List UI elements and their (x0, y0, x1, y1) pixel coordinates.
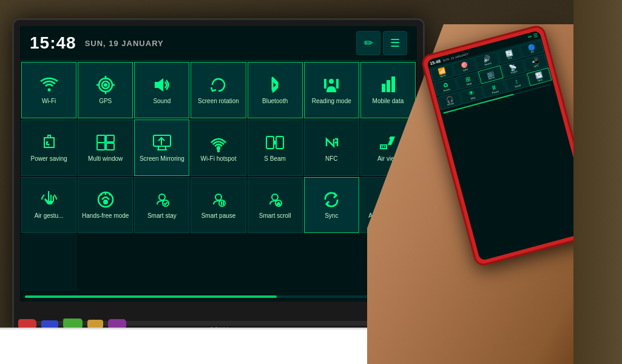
svg-rect-17 (106, 143, 114, 150)
bluetooth-cell[interactable]: Bluetooth (248, 62, 303, 118)
s-beam-icon (265, 133, 285, 152)
svg-rect-38 (223, 201, 224, 205)
svg-point-29 (103, 200, 108, 204)
svg-rect-11 (336, 79, 339, 89)
edit-button[interactable]: ✏ (356, 31, 380, 55)
sync-cell[interactable]: Sync (304, 177, 359, 234)
smart-scroll-cell[interactable]: Smart scroll (248, 177, 303, 234)
gps-icon (96, 75, 115, 95)
header-bar: 15:48 SUN, 19 JANUARY ✏ ☰ (20, 26, 417, 61)
smart-stay-label: Smart stay (147, 212, 177, 220)
progress-bar (25, 295, 412, 298)
sound-cell[interactable]: Sound (134, 62, 189, 118)
mobile-data-icon (378, 75, 397, 95)
header-icons: ✏ ☰ (356, 31, 407, 55)
multi-window-cell[interactable]: Multi window (78, 120, 133, 176)
wifi-hotspot-icon (209, 133, 228, 152)
bluetooth-label: Bluetooth (262, 97, 288, 105)
svg-rect-24 (266, 136, 274, 149)
screen-rotation-icon (209, 75, 228, 95)
gps-cell[interactable]: GPS (78, 62, 133, 118)
s-beam-cell[interactable]: S Beam (248, 120, 303, 176)
right-wall (573, 0, 622, 364)
menu-icon: ☰ (390, 36, 400, 50)
nfc-icon (322, 133, 341, 152)
svg-point-0 (47, 88, 50, 91)
svg-point-7 (104, 83, 107, 87)
smart-stay-cell[interactable]: Smart stay (134, 177, 189, 234)
svg-marker-13 (387, 80, 390, 92)
nfc-label: NFC (325, 155, 338, 163)
svg-rect-26 (382, 146, 383, 147)
gps-label: GPS (99, 97, 112, 105)
screen-rotation-cell[interactable]: Screen rotation (191, 62, 246, 118)
multi-window-icon (96, 133, 115, 152)
menu-button[interactable]: ☰ (383, 31, 407, 55)
wifi-icon (39, 75, 59, 95)
svg-marker-14 (391, 76, 395, 92)
time-display: 15:48 (30, 33, 76, 53)
smart-pause-label: Smart pause (201, 212, 236, 220)
smart-scroll-label: Smart scroll (259, 212, 291, 220)
empty-cell (21, 234, 76, 291)
power-saving-icon (39, 133, 59, 152)
screen-mirroring-label: Screen Mirroring (140, 155, 184, 163)
toy-3 (63, 318, 83, 328)
smart-pause-icon (209, 190, 228, 209)
smart-pause-cell[interactable]: Smart pause (191, 177, 246, 234)
svg-marker-12 (382, 84, 385, 92)
wifi-hotspot-label: Wi-Fi hotspot (201, 155, 237, 163)
reading-mode-label: Reading mode (312, 97, 351, 105)
toy-2 (41, 320, 58, 328)
air-gesture-cell[interactable]: Air gestu... (21, 177, 76, 234)
air-gesture-icon (39, 190, 59, 209)
tv-frame: 15:48 SUN, 19 JANUARY ✏ ☰ (12, 18, 425, 340)
power-saving-label: Power saving (31, 155, 67, 163)
hands-free-cell[interactable]: Hands-free mode (78, 177, 133, 234)
screen-content: 15:48 SUN, 19 JANUARY ✏ ☰ (20, 26, 417, 302)
quick-settings-grid: Wi-Fi GPS (20, 61, 417, 292)
screen-mirroring-icon (152, 133, 172, 152)
air-view-icon (378, 133, 397, 152)
hands-free-label: Hands-free mode (82, 212, 129, 220)
sound-label: Sound (153, 97, 171, 105)
smart-stay-icon (152, 190, 172, 209)
reading-mode-cell[interactable]: Reading mode (304, 62, 359, 118)
progress-fill (25, 295, 277, 298)
bluetooth-icon (265, 75, 285, 95)
svg-rect-16 (106, 135, 114, 142)
sound-icon (152, 75, 172, 95)
svg-line-31 (101, 194, 102, 195)
svg-point-33 (159, 194, 165, 200)
screen-mirroring-cell[interactable]: Screen Mirroring (134, 120, 189, 176)
smart-scroll-icon (265, 190, 285, 209)
edit-icon: ✏ (364, 36, 373, 50)
nfc-cell[interactable]: NFC (304, 120, 359, 176)
toy-1 (18, 319, 36, 328)
svg-rect-25 (276, 136, 283, 149)
wifi-hotspot-cell[interactable]: Wi-Fi hotspot (191, 120, 246, 176)
svg-line-32 (109, 194, 110, 195)
svg-rect-27 (384, 146, 385, 147)
reading-mode-icon (322, 75, 341, 95)
svg-point-39 (272, 194, 278, 200)
svg-rect-10 (324, 79, 326, 89)
svg-marker-8 (155, 78, 163, 92)
svg-point-35 (215, 194, 221, 200)
wifi-cell[interactable]: Wi-Fi (21, 62, 76, 118)
tv-screen: 15:48 SUN, 19 JANUARY ✏ ☰ (20, 26, 417, 302)
sync-label: Sync (325, 212, 338, 220)
toy-4 (87, 320, 103, 328)
sync-icon (322, 190, 341, 209)
screen-rotation-label: Screen rotation (198, 97, 239, 105)
wifi-label: Wi-Fi (42, 97, 56, 105)
multi-window-label: Multi window (88, 155, 123, 163)
svg-point-9 (329, 79, 334, 84)
air-gesture-label: Air gestu... (35, 212, 64, 220)
shelf-toys (18, 318, 126, 328)
toy-5 (108, 319, 126, 328)
power-saving-cell[interactable]: Power saving (21, 120, 76, 176)
mobile-data-cell[interactable]: Mobile data (360, 62, 416, 118)
hands-free-icon (96, 190, 115, 209)
progress-bar-container (20, 292, 417, 302)
